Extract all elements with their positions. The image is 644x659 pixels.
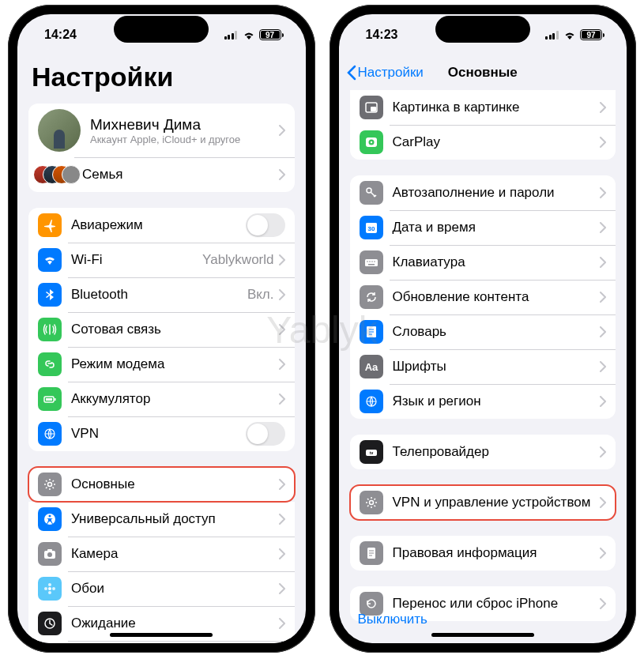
tv-group: tvТелепровайдер (350, 435, 616, 469)
carplay-row[interactable]: CarPlay (350, 125, 616, 160)
general-row-highlight[interactable]: Основные (28, 467, 295, 502)
svg-point-13 (44, 587, 47, 590)
wifi-icon (38, 248, 62, 272)
pip-row[interactable]: Картинка в картинке (350, 90, 616, 125)
language-label: Язык и регион (393, 394, 601, 409)
wifi-icon (563, 30, 576, 40)
family-label: Семья (82, 167, 279, 183)
airplane-toggle[interactable] (246, 213, 285, 237)
vpn-toggle[interactable] (246, 422, 285, 446)
battery-level: 97 (261, 31, 280, 39)
accessibility-row[interactable]: Универсальный доступ (28, 502, 295, 537)
chevron-right-icon (279, 394, 285, 405)
chevron-right-icon (279, 125, 285, 136)
device-group: Универсальный доступКамераОбоиОжиданиеПо… (28, 502, 295, 643)
svg-text:30: 30 (367, 225, 375, 232)
search-row[interactable]: Поиск (28, 641, 295, 643)
battery-icon: 97 (259, 29, 284, 40)
pip-icon (360, 96, 383, 119)
nav-bar: Настройки Основные (339, 55, 627, 90)
bgrefresh-row[interactable]: Обновление контента (350, 280, 616, 314)
chevron-right-icon (600, 102, 606, 113)
apple-account-row[interactable]: Михневич Дима Аккаунт Apple, iCloud+ и д… (28, 104, 295, 157)
wifi-row[interactable]: Wi-FiYablykworld (28, 243, 295, 277)
chevron-right-icon (279, 254, 285, 265)
legal-row[interactable]: Правовая информация (350, 536, 616, 571)
chevron-right-icon (600, 292, 606, 303)
cellular-label: Сотовая связь (71, 322, 279, 337)
bgrefresh-label: Обновление контента (393, 289, 601, 305)
autofill-row[interactable]: Автозаполнение и пароли (350, 175, 616, 210)
status-time: 14:23 (366, 28, 398, 42)
settings-content[interactable]: Настройки Михневич Дима Аккаунт Apple, i… (17, 55, 306, 643)
vpn-row[interactable]: VPN (28, 416, 295, 451)
airplane-row[interactable]: Авиарежим (28, 208, 295, 243)
datetime-label: Дата и время (393, 220, 601, 235)
svg-point-37 (369, 501, 373, 505)
vpn-mgmt-row-highlight[interactable]: VPN и управление устройством (350, 485, 616, 520)
cellular-signal-icon (545, 30, 559, 40)
cellular-row[interactable]: Сотовая связь (28, 312, 295, 347)
tvprovider-row[interactable]: tvТелепровайдер (350, 435, 616, 469)
back-button[interactable]: Настройки (347, 65, 424, 81)
status-icons: 97 (545, 29, 604, 40)
general-content[interactable]: Картинка в картинкеCarPlay Автозаполнени… (339, 90, 627, 643)
vpnmgmt-row[interactable]: VPN и управление устройством (350, 485, 616, 520)
legal-group: Правовая информация (350, 536, 616, 571)
avatar (38, 109, 81, 152)
svg-point-12 (48, 591, 51, 594)
hotspot-label: Режим модема (71, 356, 279, 372)
access-icon (38, 507, 62, 531)
svg-text:Aa: Aa (364, 361, 378, 373)
airplane-icon (38, 213, 62, 237)
chevron-right-icon (600, 137, 606, 148)
bluetooth-value: Вкл. (247, 287, 274, 303)
svg-point-21 (370, 141, 371, 143)
accessibility-label: Универсальный доступ (71, 511, 279, 527)
wifi-label: Wi-Fi (71, 252, 202, 268)
family-row[interactable]: Семья (28, 157, 295, 192)
dictionary-label: Словарь (393, 324, 601, 340)
fonts-icon: Aa (360, 355, 383, 378)
cellular-signal-icon (224, 30, 239, 40)
camera-row[interactable]: Камера (28, 537, 295, 571)
language-row[interactable]: Язык и регион (350, 384, 616, 419)
chevron-right-icon (279, 514, 285, 525)
dictionary-row[interactable]: Словарь (350, 314, 616, 349)
shutdown-button[interactable]: Выключить (358, 612, 427, 627)
book-icon (360, 320, 383, 344)
reset-label: Перенос или сброс iPhone (393, 596, 601, 612)
bluetooth-icon (38, 283, 62, 307)
wallpaper-row[interactable]: Обои (28, 571, 295, 606)
bluetooth-row[interactable]: BluetoothВкл. (28, 277, 295, 312)
chevron-right-icon (279, 583, 285, 594)
camera-icon (38, 542, 62, 566)
carplay-label: CarPlay (393, 134, 601, 150)
hotspot-row[interactable]: Режим модема (28, 347, 295, 382)
chevron-right-icon (600, 446, 606, 458)
keyboard-row[interactable]: Клавиатура (350, 245, 616, 280)
home-indicator[interactable] (431, 633, 534, 637)
connectivity-group: АвиарежимWi-FiYablykworldBluetoothВкл.Со… (28, 208, 295, 451)
dynamic-island (435, 16, 530, 43)
datetime-row[interactable]: 30Дата и время (350, 210, 616, 245)
flower-icon (38, 577, 62, 601)
globe-icon (38, 422, 62, 446)
gear-icon (38, 473, 62, 496)
svg-rect-2 (46, 398, 52, 401)
chevron-right-icon (279, 479, 285, 490)
svg-point-30 (374, 261, 375, 262)
fonts-row[interactable]: AaШрифты (350, 349, 616, 384)
chevron-left-icon (347, 65, 356, 81)
screen-settings: 14:24 97 Настройки Михневич Дима Аккаунт… (17, 14, 306, 643)
phone-left: 14:24 97 Настройки Михневич Дима Аккаунт… (8, 5, 315, 653)
general-row[interactable]: Основные (28, 467, 295, 502)
chevron-right-icon (600, 222, 606, 233)
nav-title: Основные (448, 65, 518, 81)
home-indicator[interactable] (110, 633, 213, 637)
chevron-right-icon (279, 289, 285, 300)
autofill-label: Автозаполнение и пароли (393, 185, 601, 201)
svg-point-11 (48, 583, 51, 586)
battery-row[interactable]: Аккумулятор (28, 382, 295, 416)
camera-label: Камера (71, 546, 279, 562)
